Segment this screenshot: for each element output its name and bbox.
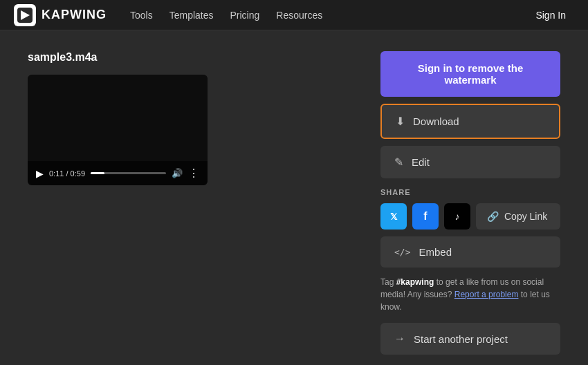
time-display: 0:11 / 0:59: [49, 169, 85, 178]
link-icon: 🔗: [487, 211, 499, 222]
nav-pricing[interactable]: Pricing: [223, 6, 267, 25]
volume-icon[interactable]: 🔊: [172, 168, 183, 178]
copy-link-button[interactable]: 🔗 Copy Link: [476, 203, 560, 230]
embed-button[interactable]: </> Embed: [380, 236, 560, 268]
edit-button[interactable]: ✎ Edit: [380, 146, 560, 178]
more-button[interactable]: ⋮: [188, 167, 199, 180]
logo-icon: [14, 4, 36, 26]
logo-text: KAPWING: [42, 8, 107, 22]
video-inner: [28, 75, 208, 161]
logo-area: KAPWING: [14, 4, 107, 26]
header: KAPWING Tools Templates Pricing Resource…: [0, 0, 588, 30]
main-content: sample3.m4a ▶ 0:11 / 0:59 🔊 ⋮ Sign in to…: [0, 30, 588, 365]
arrow-icon: →: [394, 333, 405, 345]
facebook-share-button[interactable]: f: [412, 203, 439, 230]
share-row: 𝕏 f ♪ 🔗 Copy Link: [380, 203, 560, 230]
project-title: sample3.m4a: [28, 51, 353, 64]
left-panel: sample3.m4a ▶ 0:11 / 0:59 🔊 ⋮: [28, 51, 353, 344]
facebook-icon: f: [423, 210, 427, 223]
remove-watermark-button[interactable]: Sign in to remove the watermark: [380, 51, 560, 97]
progress-fill: [91, 172, 104, 174]
edit-icon: ✎: [394, 156, 403, 169]
sign-in-button[interactable]: Sign In: [527, 6, 574, 25]
twitter-icon: 𝕏: [390, 212, 397, 222]
nav-templates[interactable]: Templates: [163, 6, 221, 25]
code-icon: </>: [394, 247, 410, 257]
download-button[interactable]: ⬇ Download: [380, 104, 560, 139]
progress-bar[interactable]: [91, 172, 166, 174]
share-label: SHARE: [380, 188, 560, 196]
play-button[interactable]: ▶: [36, 168, 44, 179]
tiktok-share-button[interactable]: ♪: [444, 203, 470, 230]
report-problem-link[interactable]: Report a problem: [454, 290, 519, 299]
tag-text: Tag #kapwing to get a like from us on so…: [380, 276, 560, 313]
right-panel: Sign in to remove the watermark ⬇ Downlo…: [380, 51, 560, 344]
twitter-share-button[interactable]: 𝕏: [380, 203, 407, 230]
nav: Tools Templates Pricing Resources: [123, 6, 527, 25]
nav-resources[interactable]: Resources: [269, 6, 329, 25]
video-controls: ▶ 0:11 / 0:59 🔊 ⋮: [28, 161, 208, 185]
download-icon: ⬇: [396, 115, 405, 128]
video-container: ▶ 0:11 / 0:59 🔊 ⋮: [28, 75, 208, 185]
tiktok-icon: ♪: [455, 211, 460, 222]
start-another-project-button[interactable]: → Start another project: [380, 323, 560, 355]
nav-tools[interactable]: Tools: [123, 6, 160, 25]
